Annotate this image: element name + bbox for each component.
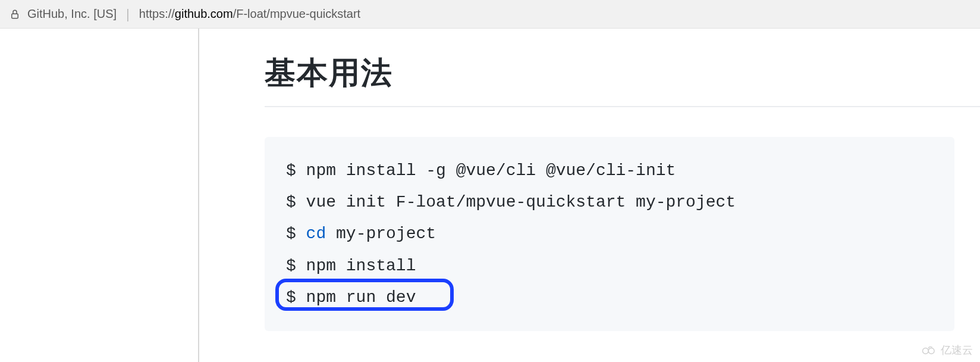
address-bar: GitHub, Inc. [US] | https://github.com/F… xyxy=(0,0,980,29)
url-path: /F-loat/mpvue-quickstart xyxy=(233,7,361,20)
watermark: 亿速云 xyxy=(921,343,973,357)
lock-icon xyxy=(10,9,20,20)
svg-point-1 xyxy=(923,348,929,354)
address-divider: | xyxy=(126,7,130,22)
code-line: $ vue init F-loat/mpvue-quickstart my-pr… xyxy=(286,186,933,218)
url-domain: github.com xyxy=(175,7,233,20)
url-prefix: https:// xyxy=(139,7,175,20)
site-identity: GitHub, Inc. [US] xyxy=(27,7,117,21)
code-line: $ cd my-project xyxy=(286,218,933,249)
watermark-text: 亿速云 xyxy=(941,343,973,357)
code-line: $ npm install xyxy=(286,250,933,282)
main-content: 基本用法 $ npm install -g @vue/cli @vue/cli-… xyxy=(199,29,980,362)
section-heading: 基本用法 xyxy=(265,52,980,94)
code-keyword: cd xyxy=(306,224,326,243)
heading-divider xyxy=(265,106,980,107)
content-area: 基本用法 $ npm install -g @vue/cli @vue/cli-… xyxy=(0,29,980,362)
left-gutter xyxy=(0,29,199,362)
code-line: $ npm run dev xyxy=(286,282,933,313)
url-display[interactable]: https://github.com/F-loat/mpvue-quicksta… xyxy=(139,7,360,21)
svg-point-2 xyxy=(928,348,934,354)
svg-rect-0 xyxy=(12,14,18,18)
watermark-icon xyxy=(921,344,937,356)
code-line: $ npm install -g @vue/cli @vue/cli-init xyxy=(286,155,933,186)
code-block[interactable]: $ npm install -g @vue/cli @vue/cli-init … xyxy=(265,137,954,331)
